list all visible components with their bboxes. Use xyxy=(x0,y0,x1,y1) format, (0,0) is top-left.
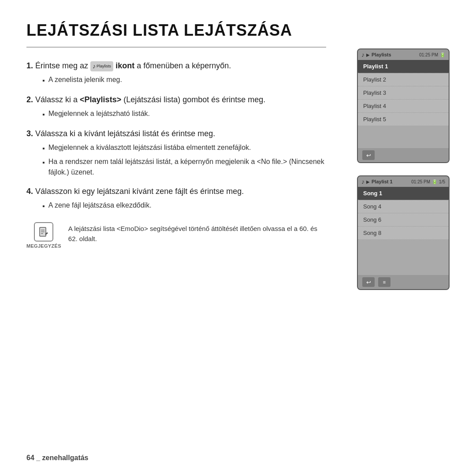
device-2-back-button[interactable]: ↩ xyxy=(362,277,375,287)
device-2-footer: ↩ ≡ xyxy=(358,275,449,289)
step-4-text-pre: Válasszon ki egy lejátszani kívánt zene … xyxy=(35,187,244,196)
step-1-number: 1. xyxy=(26,61,33,70)
device-1-back-button[interactable]: ↩ xyxy=(362,150,375,160)
playlist-item-5[interactable]: Playlist 5 xyxy=(358,113,449,126)
device-2-music-icon: ♪ xyxy=(361,178,364,185)
device-2-empty-space xyxy=(358,240,449,275)
device-1-header-left: ♪ ▶ Playlists xyxy=(361,51,391,58)
devices-column: ♪ ▶ Playlists 01:25 PM 🔋 Playlist 1 Play… xyxy=(357,48,450,290)
text-column: LEJÁTSZÁSI LISTA LEJÁTSZÁSA 1. Érintse m… xyxy=(26,21,326,249)
device-1-status: 01:25 PM 🔋 xyxy=(419,52,445,57)
device-1-list: Playlist 1 Playlist 2 Playlist 3 Playlis… xyxy=(358,60,449,148)
step-3-bullet-1: Megjelennek a kiválasztott lejátszási li… xyxy=(42,142,326,154)
device-1-battery-icon: 🔋 xyxy=(440,52,445,57)
step-2-text-pre: Válassz ki a xyxy=(35,95,80,104)
device-2-header-left: ♪ ▶ Playlist 1 xyxy=(361,178,393,185)
note-label: MEGJEGYZÉS xyxy=(26,243,61,249)
step-3-number: 3. xyxy=(26,129,33,138)
device-2-track-count: 1/5 xyxy=(439,179,445,184)
step-2-bullet-1: Megjelennek a lejátszható listák. xyxy=(42,108,326,120)
device-2-status: 01:25 PM 🔋 1/5 xyxy=(411,179,445,184)
step-4: 4. Válasszon ki egy lejátszani kívánt ze… xyxy=(26,186,326,212)
step-1-bullet-1: A zenelista jelenik meg. xyxy=(42,74,326,86)
device-1-empty-space xyxy=(358,126,449,148)
page-title: LEJÁTSZÁSI LISTA LEJÁTSZÁSA xyxy=(26,21,326,48)
step-2: 2. Válassz ki a <Playlists> (Lejátszási … xyxy=(26,94,326,120)
step-1-text-post: a főmenüben a képernyőn. xyxy=(137,61,231,70)
song-item-1[interactable]: Song 1 xyxy=(358,187,449,200)
device-2-time: 01:25 PM xyxy=(411,179,430,184)
step-1: 1. Érintse meg az ♪ Playlists ikont a fő… xyxy=(26,60,326,86)
note-icon-wrapper: MEGJEGYZÉS xyxy=(26,222,61,249)
page-content: LEJÁTSZÁSI LISTA LEJÁTSZÁSA 1. Érintse m… xyxy=(0,0,476,266)
step-4-number: 4. xyxy=(26,187,33,196)
device-1-header: ♪ ▶ Playlists 01:25 PM 🔋 xyxy=(358,49,449,60)
device-2-header: ♪ ▶ Playlist 1 01:25 PM 🔋 1/5 xyxy=(358,176,449,187)
music-label: Playlists xyxy=(97,64,111,68)
step-3-bullet-2: Ha a rendszer nem talál lejátszási listá… xyxy=(42,156,326,178)
music-note-icon: ♪ xyxy=(93,62,96,71)
note-text: A lejátszási lista <EmoDio> segítségével… xyxy=(68,222,326,244)
song-item-4[interactable]: Song 4 xyxy=(358,200,449,213)
step-3: 3. Válassza ki a kívánt lejátszási listá… xyxy=(26,128,326,178)
music-icon-badge: ♪ Playlists xyxy=(90,61,113,71)
device-1-play-icon: ▶ xyxy=(366,52,370,57)
step-2-number: 2. xyxy=(26,95,33,104)
playlist-item-2[interactable]: Playlist 2 xyxy=(358,73,449,86)
step-4-bullet-1: A zene fájl lejátszása elkezdődik. xyxy=(42,200,326,212)
playlist-item-1[interactable]: Playlist 1 xyxy=(358,60,449,73)
playlist-item-3[interactable]: Playlist 3 xyxy=(358,86,449,100)
device-1-time: 01:25 PM xyxy=(419,52,438,57)
device-2-menu-button[interactable]: ≡ xyxy=(378,277,390,287)
step-2-text-bold: <Playlists> xyxy=(80,95,121,104)
step-2-text-post: (Lejátszási lista) gombot és érintse meg… xyxy=(121,95,265,104)
step-3-text-pre: Válassza ki a kívánt lejátszási listát é… xyxy=(35,129,215,138)
device-1-footer: ↩ xyxy=(358,148,449,162)
note-icon xyxy=(34,222,53,242)
song-item-6[interactable]: Song 6 xyxy=(358,213,449,227)
device-1-music-icon: ♪ xyxy=(361,51,364,58)
device-2-list: Song 1 Song 4 Song 6 Song 8 xyxy=(358,187,449,275)
device-2-play-icon: ▶ xyxy=(366,179,370,184)
device-screen-2: ♪ ▶ Playlist 1 01:25 PM 🔋 1/5 Song 1 Son… xyxy=(357,175,450,290)
step-1-text-bold: ikont xyxy=(115,61,134,70)
device-1-title: Playlists xyxy=(372,52,391,57)
device-2-battery-icon: 🔋 xyxy=(432,179,437,184)
device-screen-1: ♪ ▶ Playlists 01:25 PM 🔋 Playlist 1 Play… xyxy=(357,48,450,163)
playlist-item-4[interactable]: Playlist 4 xyxy=(358,100,449,113)
step-1-text-pre: Érintse meg az xyxy=(35,61,90,70)
note-box: MEGJEGYZÉS A lejátszási lista <EmoDio> s… xyxy=(26,222,326,249)
song-item-8[interactable]: Song 8 xyxy=(358,227,449,240)
device-2-title: Playlist 1 xyxy=(372,179,393,184)
page-footer: 64 _ zenehallgatás xyxy=(26,454,89,462)
